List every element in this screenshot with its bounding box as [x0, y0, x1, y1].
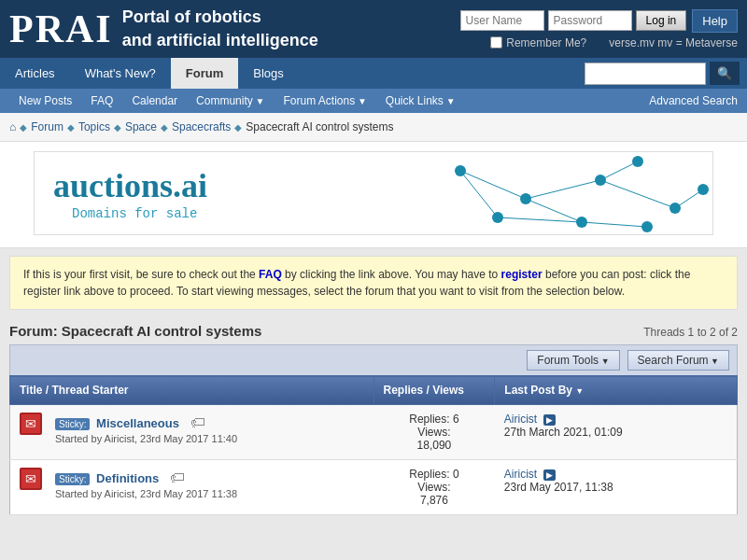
subnav-calendar[interactable]: Calendar — [122, 89, 187, 113]
breadcrumb-forum[interactable]: Forum — [31, 120, 63, 133]
top-header: PRAI Portal of robotics and artificial i… — [0, 0, 747, 58]
sticky-badge: Sticky: — [55, 418, 90, 430]
svg-point-14 — [576, 217, 587, 228]
svg-point-13 — [669, 203, 681, 214]
tag-icon: 🏷 — [190, 414, 205, 431]
col-replies-header: Replies / Views — [374, 376, 495, 405]
breadcrumb-sep-3: ◆ — [161, 122, 168, 133]
thread-title-row: Sticky: Definitions 🏷 — [55, 468, 364, 486]
notice-text-before: If this is your first visit, be sure to … — [23, 268, 259, 281]
thread-table: Title / Thread Starter Replies / Views L… — [9, 375, 738, 515]
col-lastpost-header[interactable]: Last Post By — [495, 376, 738, 405]
tagline-line2: and artificial intelligence — [122, 31, 318, 49]
nav-search-input[interactable] — [585, 63, 706, 85]
subnav-quicklinks[interactable]: Quick Links — [376, 89, 465, 113]
svg-rect-0 — [414, 152, 712, 235]
thread-replies-cell: Replies: 6 Views: 18,090 — [374, 405, 495, 460]
lastpost-date: 27th March 2021, 01:09 — [504, 426, 727, 439]
thread-replies-cell: Replies: 0 Views: 7,876 — [374, 460, 495, 515]
breadcrumb-sep-4: ◆ — [234, 122, 242, 133]
breadcrumb-space[interactable]: Space — [125, 120, 157, 133]
thread-title-cell: ✉ Sticky: Definitions 🏷 Started by Airic… — [10, 460, 374, 515]
lastpost-date: 23rd May 2017, 11:38 — [504, 481, 727, 494]
notice-faq-link[interactable]: FAQ — [259, 268, 282, 281]
breadcrumb-topics[interactable]: Topics — [78, 120, 110, 133]
views-value: Views: — [383, 481, 486, 494]
login-bar: Log in — [460, 10, 687, 31]
nav-articles[interactable]: Articles — [0, 58, 70, 89]
svg-point-15 — [492, 212, 503, 223]
ad-banner[interactable]: auctions.ai Domains for sale — [0, 142, 747, 248]
thread-title-cell: ✉ Sticky: Miscellaneous 🏷 Started by Air… — [10, 405, 374, 460]
sub-nav: New Posts FAQ Calendar Community Forum A… — [0, 89, 747, 113]
thread-icon: ✉ — [20, 468, 42, 490]
advanced-search-link[interactable]: Advanced Search — [649, 94, 738, 107]
goto-icon[interactable]: ▶ — [543, 414, 556, 426]
subnav-forumactions[interactable]: Forum Actions — [274, 89, 375, 113]
search-forum-button[interactable]: Search Forum — [627, 350, 729, 371]
svg-point-11 — [520, 193, 531, 204]
subnav-faq[interactable]: FAQ — [81, 89, 122, 113]
remember-me-checkbox[interactable] — [490, 36, 502, 49]
subnav-community[interactable]: Community — [187, 89, 274, 113]
nav-search-button[interactable]: 🔍 — [710, 62, 740, 85]
thread-lastpost-cell: Airicist ▶ 23rd May 2017, 11:38 — [495, 460, 738, 515]
main-nav: Articles What's New? Forum Blogs 🔍 — [0, 58, 747, 89]
breadcrumb-sep-0: ◆ — [20, 122, 27, 133]
breadcrumb-spacecrafts[interactable]: Spacecrafts — [172, 120, 231, 133]
breadcrumb-current: Spacecraft AI control systems — [246, 120, 393, 133]
thread-title-row: Sticky: Miscellaneous 🏷 — [55, 413, 364, 431]
ad-main-text: auctions.ai — [53, 166, 207, 205]
ad-sub-text: Domains for sale — [72, 206, 197, 221]
notice-text-after-faq: by clicking the link above. You may have… — [282, 268, 501, 281]
nav-search-area: 🔍 — [585, 62, 747, 85]
sticky-badge: Sticky: — [55, 473, 90, 485]
username-input[interactable] — [460, 10, 544, 31]
thread-icon: ✉ — [20, 413, 42, 435]
remember-me-label: Remember Me? — [506, 36, 586, 49]
login-button[interactable]: Log in — [636, 10, 687, 31]
notice-register-link[interactable]: register — [501, 268, 543, 281]
password-input[interactable] — [548, 10, 632, 31]
thread-icon-inner: ✉ — [21, 414, 40, 433]
site-logo: PRAI — [9, 7, 113, 51]
breadcrumb-sep-2: ◆ — [114, 122, 121, 133]
forum-area: Forum: Spacecraft AI control systems Thr… — [9, 317, 738, 515]
svg-point-17 — [698, 184, 709, 195]
table-row: ✉ Sticky: Miscellaneous 🏷 Started by Air… — [10, 405, 738, 460]
thread-lastpost-cell: Airicist ▶ 27th March 2021, 01:09 — [495, 405, 738, 460]
home-icon[interactable]: ⌂ — [9, 120, 16, 133]
tag-icon: 🏷 — [170, 469, 185, 486]
thread-count: Threads 1 to 2 of 2 — [643, 326, 738, 339]
breadcrumb: ⌂ ◆ Forum ◆ Topics ◆ Space ◆ Spacecrafts… — [0, 113, 747, 142]
help-button[interactable]: Help — [692, 9, 738, 33]
tagline-line1: Portal of robotics — [122, 7, 261, 26]
nav-whatsnew[interactable]: What's New? — [70, 58, 171, 89]
forum-header-row: Forum: Spacecraft AI control systems Thr… — [9, 317, 738, 344]
nav-forum[interactable]: Forum — [171, 58, 238, 89]
svg-point-16 — [632, 156, 643, 167]
forum-tools-bar: Forum Tools Search Forum — [9, 344, 738, 375]
views-count: 7,876 — [383, 494, 486, 507]
thread-title-link[interactable]: Miscellaneous — [96, 416, 179, 430]
notice-box: If this is your first visit, be sure to … — [9, 256, 738, 310]
logo-area: PRAI Portal of robotics and artificial i… — [9, 6, 318, 52]
thread-title-link[interactable]: Definitions — [96, 471, 159, 485]
ad-inner: auctions.ai Domains for sale — [34, 151, 713, 235]
remember-me-area: Remember Me? verse.mv mv = Metaverse — [490, 36, 738, 49]
lastpost-user-link[interactable]: Airicist — [504, 468, 537, 481]
svg-point-10 — [455, 165, 466, 176]
thread-starter: Started by Airicist, 23rd May 2017 11:38 — [55, 488, 364, 499]
replies-value: Replies: 0 — [383, 468, 486, 481]
goto-icon[interactable]: ▶ — [543, 469, 556, 481]
subnav-newposts[interactable]: New Posts — [9, 89, 81, 113]
table-header-row: Title / Thread Starter Replies / Views L… — [10, 376, 738, 405]
forum-title: Forum: Spacecraft AI control systems — [9, 323, 261, 339]
ad-graphic — [414, 152, 712, 235]
site-tagline: Portal of robotics and artificial intell… — [122, 6, 318, 52]
lastpost-user-link[interactable]: Airicist — [504, 413, 537, 426]
views-value: Views: — [383, 426, 486, 439]
forum-tools-button[interactable]: Forum Tools — [527, 350, 619, 371]
views-count: 18,090 — [383, 439, 486, 452]
nav-blogs[interactable]: Blogs — [238, 58, 299, 89]
